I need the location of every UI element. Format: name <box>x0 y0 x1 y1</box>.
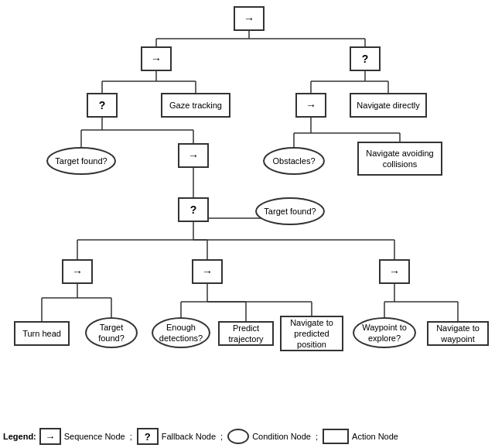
legend-sequence-symbol: → <box>39 428 61 445</box>
legend-fallback-symbol: ? <box>137 428 159 445</box>
navigate-directly-node: Navigate directly <box>350 93 427 118</box>
legend-fallback-label: Fallback Node <box>162 432 216 441</box>
root-node: → <box>234 6 265 31</box>
fallback-node-3: ? <box>178 197 209 222</box>
legend-action-label: Action Node <box>352 432 398 441</box>
target-found-node-2: Target found? <box>255 197 325 225</box>
legend: Legend: → Sequence Node ; ? Fallback Nod… <box>3 428 398 445</box>
navigate-predicted-node: Navigate to predicted position <box>280 316 343 351</box>
legend-sequence-label: Sequence Node <box>64 432 125 441</box>
legend-condition-label: Condition Node <box>252 432 311 441</box>
connector-lines <box>0 0 495 418</box>
sequence-node-5: → <box>192 259 223 284</box>
waypoint-explore-node: Waypoint to explore? <box>353 317 416 348</box>
sequence-node-2: → <box>295 93 326 118</box>
turn-head-node: Turn head <box>14 321 70 346</box>
navigate-waypoint-node: Navigate to waypoint <box>427 321 489 346</box>
fallback-node-2: ? <box>87 93 118 118</box>
sequence-node-3: → <box>178 143 209 168</box>
navigate-avoiding-node: Navigate avoiding collisions <box>357 142 442 176</box>
obstacles-node: Obstacles? <box>263 147 325 175</box>
gaze-tracking-node: Gaze tracking <box>161 93 230 118</box>
sequence-node-4: → <box>62 259 93 284</box>
legend-condition-symbol <box>227 429 249 444</box>
sequence-node-1: → <box>141 46 172 71</box>
target-found-node-1: Target found? <box>46 147 116 175</box>
fallback-node-1: ? <box>350 46 381 71</box>
legend-action-symbol <box>323 429 349 444</box>
enough-detections-node: Enough detections? <box>152 317 210 348</box>
behavior-tree-diagram: → → ? ? Gaze tracking → Navigate directl… <box>0 0 495 418</box>
sequence-node-6: → <box>379 259 410 284</box>
target-found-node-3: Target found? <box>85 317 138 348</box>
legend-label: Legend: <box>3 432 36 441</box>
predict-trajectory-node: Predict trajectory <box>218 321 274 346</box>
